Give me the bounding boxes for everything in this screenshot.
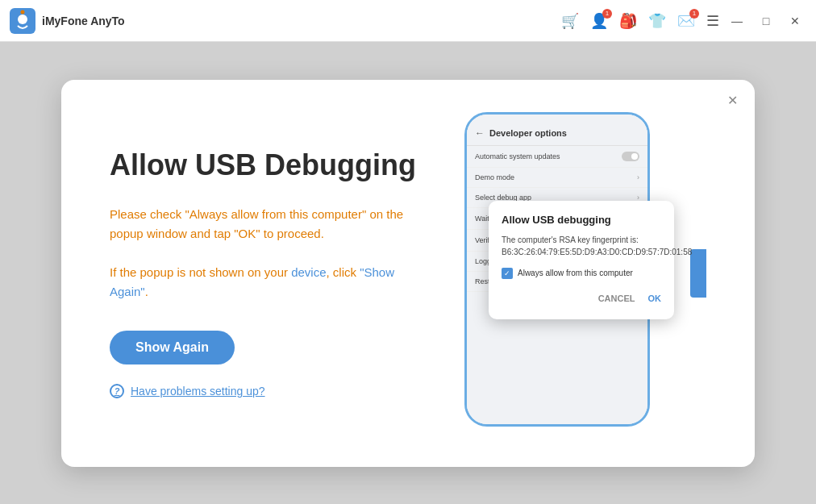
titlebar: iMyFone AnyTo 🛒 👤 1 🎒 👕 ✉️ 1 ☰ — □ ✕ bbox=[0, 0, 816, 42]
mail-badge: 1 bbox=[689, 9, 699, 19]
dev-options-title: Developer options bbox=[489, 128, 567, 138]
usb-popup-checkbox-row: ✓ Always allow from this computer bbox=[502, 268, 661, 279]
phone-illustration: ← Developer options Automatic system upd… bbox=[448, 104, 706, 443]
dialog-card: ✕ Allow USB Debugging Please check "Alwa… bbox=[61, 80, 755, 467]
usb-popup-body: The computer's RSA key fingerprint is: B… bbox=[502, 234, 661, 258]
bag-icon[interactable]: 🎒 bbox=[619, 12, 637, 30]
svg-point-2 bbox=[21, 10, 25, 14]
help-icon: ? bbox=[110, 384, 124, 398]
dialog-close-button[interactable]: ✕ bbox=[722, 91, 742, 110]
tshirt-icon[interactable]: 👕 bbox=[648, 12, 666, 30]
phone-row-auto-update: Automatic system updates bbox=[467, 146, 647, 168]
close-button[interactable]: ✕ bbox=[784, 10, 806, 32]
checkbox-always-allow[interactable]: ✓ bbox=[502, 268, 513, 279]
usb-popup-title: Allow USB debugging bbox=[502, 214, 661, 226]
show-again-button[interactable]: Show Again bbox=[110, 331, 235, 364]
usb-popup: Allow USB debugging The computer's RSA k… bbox=[489, 201, 674, 319]
hint-device: device bbox=[291, 265, 326, 279]
close-icon: ✕ bbox=[727, 93, 738, 108]
cart-icon[interactable]: 🛒 bbox=[561, 12, 579, 30]
main-area: ✕ Allow USB Debugging Please check "Alwa… bbox=[0, 42, 816, 504]
phone-row-label-2: Demo mode bbox=[475, 173, 514, 181]
chevron-demo-icon: › bbox=[637, 173, 639, 181]
dialog-heading: Allow USB Debugging bbox=[110, 148, 416, 182]
phone-row-label-1: Automatic system updates bbox=[475, 152, 560, 160]
user-icon[interactable]: 👤 1 bbox=[590, 12, 608, 30]
mail-icon[interactable]: ✉️ 1 bbox=[677, 12, 695, 30]
usb-ok-button[interactable]: OK bbox=[648, 290, 662, 306]
window-controls: — □ ✕ bbox=[726, 10, 806, 32]
dialog-hint: If the popup is not shown on your device… bbox=[110, 263, 416, 302]
help-link[interactable]: ? Have problems setting up? bbox=[110, 384, 416, 398]
dev-options-header: ← Developer options bbox=[467, 121, 647, 146]
toggle-auto-update bbox=[622, 152, 639, 161]
hint-prefix: If the popup is not shown on your bbox=[110, 265, 291, 279]
app-logo bbox=[10, 8, 35, 34]
usb-cancel-button[interactable]: CANCEL bbox=[598, 290, 635, 306]
user-badge: 1 bbox=[602, 9, 612, 19]
app-title: iMyFone AnyTo bbox=[42, 15, 561, 27]
checkbox-label: Always allow from this computer bbox=[518, 269, 633, 277]
dialog-description: Please check "Always allow from this com… bbox=[110, 205, 416, 244]
side-decoration bbox=[690, 249, 706, 298]
minimize-button[interactable]: — bbox=[726, 10, 748, 32]
phone-row-demo: Demo mode › bbox=[467, 168, 647, 188]
back-arrow-icon: ← bbox=[475, 127, 485, 139]
dialog-content-left: Allow USB Debugging Please check "Always… bbox=[110, 148, 448, 398]
help-link-text: Have problems setting up? bbox=[131, 385, 265, 398]
maximize-button[interactable]: □ bbox=[755, 10, 777, 32]
hint-suffix: . bbox=[145, 285, 148, 298]
toolbar-icons: 🛒 👤 1 🎒 👕 ✉️ 1 ☰ bbox=[561, 12, 719, 30]
menu-icon[interactable]: ☰ bbox=[706, 12, 719, 30]
svg-point-1 bbox=[18, 15, 27, 24]
usb-popup-buttons: CANCEL OK bbox=[502, 290, 661, 306]
hint-mid: , click bbox=[327, 265, 360, 279]
